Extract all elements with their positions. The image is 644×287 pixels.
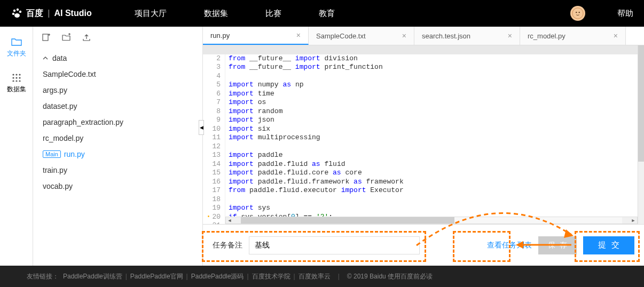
svg-point-7 xyxy=(579,12,580,13)
view-task-list-link[interactable]: 查看任务列表 xyxy=(487,241,532,250)
side-nav: 文件夹 数据集 xyxy=(0,27,33,266)
side-folders[interactable]: 文件夹 xyxy=(7,37,26,58)
tree-file[interactable]: paragraph_extraction.py xyxy=(33,114,202,130)
brand-separator: | xyxy=(48,9,50,18)
side-datasets[interactable]: 数据集 xyxy=(7,73,26,94)
avatar[interactable] xyxy=(570,6,585,21)
submit-button[interactable]: 提交 xyxy=(583,236,634,254)
tab-label: search.test.json xyxy=(422,32,470,40)
svg-point-8 xyxy=(12,74,14,75)
side-datasets-label: 数据集 xyxy=(7,85,26,94)
code-area[interactable]: 123456789101112131415161718192021222324 … xyxy=(203,45,644,224)
footer-copyright: © 2019 Baidu 使用百度前必读 xyxy=(347,272,433,281)
tree-file-label: train.py xyxy=(43,166,67,174)
footer-label: 友情链接： xyxy=(27,272,59,281)
scroll-thumb[interactable] xyxy=(241,217,454,224)
tree-file[interactable]: vocab.py xyxy=(33,178,202,194)
tree-file-label: paragraph_extraction.py xyxy=(43,118,123,126)
code-content[interactable]: from __future__ import absolute_import f… xyxy=(225,45,644,224)
scroll-track[interactable] xyxy=(241,217,622,224)
tab-label: run.py xyxy=(210,31,230,39)
new-file-icon[interactable] xyxy=(42,33,50,42)
tree-file-label: run.py xyxy=(64,150,85,158)
file-tree: data SampleCode.txtargs.pydataset.pypara… xyxy=(33,48,202,196)
svg-point-5 xyxy=(572,8,583,19)
svg-point-12 xyxy=(15,77,17,78)
line-gutter: 123456789101112131415161718192021222324 xyxy=(203,45,225,224)
vertical-scrollbar[interactable] xyxy=(638,45,644,224)
tab-label: rc_model.py xyxy=(528,32,566,40)
nav-items: 项目大厅 数据集 比赛 教育 xyxy=(135,9,335,19)
footer-link[interactable]: 百度技术学院 xyxy=(252,273,290,280)
close-icon[interactable]: × xyxy=(296,31,301,39)
file-toolbar xyxy=(33,27,202,48)
editor-tabs: run.py×SampleCode.txt×search.test.json×r… xyxy=(203,27,644,45)
footer-link[interactable]: PaddlePaddle训练营 xyxy=(63,273,122,280)
save-button[interactable]: 保存 xyxy=(538,236,577,254)
svg-point-14 xyxy=(12,80,14,82)
avatar-face-icon xyxy=(572,7,584,19)
footer-link[interactable]: 百度效率云 xyxy=(299,273,331,280)
nav-education[interactable]: 教育 xyxy=(319,9,335,19)
svg-point-0 xyxy=(13,10,15,12)
svg-point-10 xyxy=(19,74,20,75)
tree-file[interactable]: train.py xyxy=(33,162,202,178)
task-note-input[interactable] xyxy=(249,236,420,254)
svg-point-11 xyxy=(12,77,14,78)
tree-file-label: dataset.py xyxy=(43,102,77,110)
nav-datasets[interactable]: 数据集 xyxy=(204,9,228,19)
close-icon[interactable]: × xyxy=(614,31,618,40)
horizontal-scrollbar[interactable]: ◀ ▶ xyxy=(225,217,638,224)
svg-rect-17 xyxy=(43,34,48,41)
editor-tab[interactable]: run.py× xyxy=(203,27,309,45)
tree-file[interactable]: args.py xyxy=(33,82,202,98)
svg-point-15 xyxy=(15,80,17,82)
chevron-up-icon xyxy=(43,55,48,61)
svg-point-9 xyxy=(15,74,17,75)
tree-file-label: rc_model.py xyxy=(43,134,83,142)
footer-link[interactable]: PaddlePaddle源码 xyxy=(191,273,244,280)
main-badge: Main xyxy=(43,150,61,158)
scroll-right-arrow[interactable]: ▶ xyxy=(630,218,637,224)
nav-projects[interactable]: 项目大厅 xyxy=(135,9,167,19)
svg-point-3 xyxy=(12,13,14,15)
svg-point-2 xyxy=(19,11,21,13)
svg-point-13 xyxy=(19,77,20,78)
close-icon[interactable]: × xyxy=(508,31,512,40)
tree-folder-data[interactable]: data xyxy=(33,50,202,66)
tree-file[interactable]: dataset.py xyxy=(33,98,202,114)
collapse-panel-handle[interactable]: ◀ xyxy=(199,120,204,135)
nav-competitions[interactable]: 比赛 xyxy=(265,9,281,19)
new-folder-icon[interactable] xyxy=(62,33,70,42)
logo[interactable]: 百度 | AI Studio xyxy=(11,7,92,20)
upload-icon[interactable] xyxy=(82,33,91,42)
tree-file-label: SampleCode.txt xyxy=(43,70,96,78)
svg-point-1 xyxy=(17,9,19,11)
tree-file-label: args.py xyxy=(43,86,67,94)
editor-tab[interactable]: rc_model.py× xyxy=(520,27,626,45)
tab-label: SampleCode.txt xyxy=(316,32,366,40)
file-panel: data SampleCode.txtargs.pydataset.pypara… xyxy=(33,27,203,266)
task-bar: 任务备注 查看任务列表 保存 提交 xyxy=(203,224,644,266)
vscroll-thumb[interactable] xyxy=(638,45,644,162)
side-folders-label: 文件夹 xyxy=(7,49,26,58)
scroll-left-arrow[interactable]: ◀ xyxy=(226,218,233,224)
baidu-paw-icon xyxy=(11,7,23,20)
dataset-icon xyxy=(11,73,22,82)
tree-file-label: vocab.py xyxy=(43,182,73,190)
task-note-label: 任务备注 xyxy=(213,241,242,250)
editor-tab[interactable]: search.test.json× xyxy=(414,27,520,45)
close-icon[interactable]: × xyxy=(402,31,406,40)
tree-file[interactable]: SampleCode.txt xyxy=(33,66,202,82)
tree-folder-label: data xyxy=(52,54,67,62)
folder-icon xyxy=(11,37,22,46)
brand-sub: AI Studio xyxy=(54,9,91,18)
editor-tab[interactable]: SampleCode.txt× xyxy=(309,27,414,45)
tree-file[interactable]: rc_model.py xyxy=(33,130,202,146)
editor-panel: run.py×SampleCode.txt×search.test.json×r… xyxy=(203,27,644,266)
svg-point-16 xyxy=(19,80,20,82)
footer-link[interactable]: PaddlePaddle官网 xyxy=(130,273,183,280)
footer: 友情链接： PaddlePaddle训练营|PaddlePaddle官网|Pad… xyxy=(0,266,644,287)
nav-help[interactable]: 帮助 xyxy=(617,9,633,19)
tree-file[interactable]: Mainrun.py xyxy=(33,146,202,162)
